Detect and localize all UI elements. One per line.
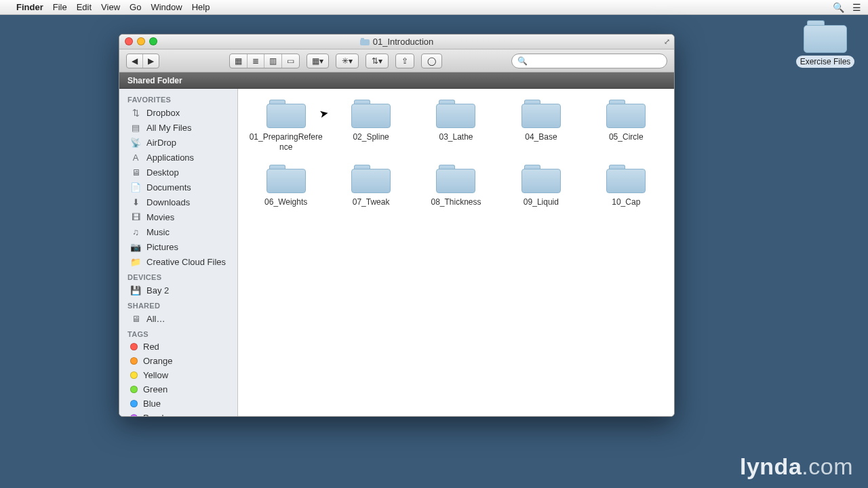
minimize-button[interactable] <box>137 37 145 45</box>
sidebar-item-label: Applications <box>146 152 194 163</box>
dropbox-menu-button[interactable]: ⇅▾ <box>366 54 389 68</box>
sidebar-item-icon: 📡 <box>130 137 141 148</box>
close-button[interactable] <box>125 37 133 45</box>
sidebar-item-icon: 📁 <box>130 256 141 267</box>
titlebar[interactable]: 01_Introduction ⤢ <box>119 35 674 49</box>
folder-icon <box>351 100 391 128</box>
sidebar-item-icon: 🖥 <box>130 313 141 324</box>
folder-icon <box>521 165 561 193</box>
sidebar-item-icon: ♫ <box>130 226 141 237</box>
folder-item[interactable]: 05_Circle <box>587 100 666 152</box>
folder-icon <box>267 165 306 193</box>
sidebar-item[interactable]: ▤All My Files <box>119 120 237 135</box>
tag-dot-icon <box>130 386 138 393</box>
sidebar-item[interactable]: 📡AirDrop <box>119 135 237 150</box>
sidebar-item-icon: 📷 <box>130 241 141 252</box>
sidebar-item-label: Green <box>143 384 167 394</box>
folder-label: 06_Weights <box>264 197 307 207</box>
sidebar-item[interactable]: Green <box>119 382 237 396</box>
lynda-watermark: lynda.com <box>740 453 853 480</box>
folder-item[interactable]: 08_Thickness <box>416 165 496 207</box>
sidebar-item[interactable]: Red <box>119 340 237 354</box>
sidebar-item-label: Movies <box>146 212 174 222</box>
search-input[interactable] <box>530 56 661 66</box>
sidebar-header-tags: TAGS <box>119 326 237 340</box>
tags-button[interactable]: ◯ <box>421 54 442 68</box>
menu-file[interactable]: File <box>53 2 67 12</box>
folder-icon <box>267 100 306 128</box>
back-button[interactable]: ◀ <box>127 54 143 68</box>
sidebar-item[interactable]: 🎞Movies <box>119 209 237 224</box>
sidebar-item[interactable]: Blue <box>119 396 237 411</box>
folder-label: 04_Base <box>525 132 557 142</box>
traffic-lights <box>125 37 157 45</box>
forward-button[interactable]: ▶ <box>143 54 159 68</box>
sidebar-header-devices: DEVICES <box>119 269 237 283</box>
folder-item[interactable]: 03_Lathe <box>416 100 496 152</box>
menu-edit[interactable]: Edit <box>77 2 92 12</box>
tag-dot-icon <box>130 400 138 407</box>
sidebar-item-label: Purple <box>143 413 169 416</box>
folder-icon <box>360 38 370 45</box>
menu-help[interactable]: Help <box>192 2 210 12</box>
sidebar-item-label: Documents <box>146 182 191 192</box>
sidebar-item-label: Dropbox <box>146 108 180 118</box>
folder-item[interactable]: 01_PreparingReference <box>246 100 326 152</box>
folder-label: 03_Lathe <box>439 132 473 142</box>
desktop-folder-exercise-files[interactable]: Exercise Files <box>795 20 856 68</box>
sidebar-item[interactable]: 📷Pictures <box>119 239 237 254</box>
sidebar-item[interactable]: Orange <box>119 354 237 368</box>
folder-icon <box>606 165 646 193</box>
sidebar-item-label: Pictures <box>146 242 178 252</box>
sidebar-item-icon: ▤ <box>130 122 141 133</box>
sidebar-item-label: Red <box>143 342 159 352</box>
menu-view[interactable]: View <box>101 2 120 12</box>
folder-item[interactable]: 07_Tweak <box>331 165 410 207</box>
zoom-button[interactable] <box>149 37 157 45</box>
sidebar-item[interactable]: AApplications <box>119 150 237 165</box>
view-icons-button[interactable]: ▦ <box>230 54 248 68</box>
folder-item[interactable]: 09_Liquid <box>501 165 580 207</box>
share-button[interactable]: ⇪ <box>395 54 414 68</box>
sidebar-item[interactable]: 🖥Desktop <box>119 165 237 180</box>
sidebar-item-label: Downloads <box>146 197 190 207</box>
content-area[interactable]: 01_PreparingReference02_Spline03_Lathe04… <box>238 89 674 416</box>
menu-go[interactable]: Go <box>130 2 141 12</box>
sidebar-item[interactable]: 📁Creative Cloud Files <box>119 254 237 269</box>
view-list-button[interactable]: ≣ <box>248 54 264 68</box>
view-columns-button[interactable]: ▥ <box>264 54 282 68</box>
sidebar-item[interactable]: ⇅Dropbox <box>119 105 237 120</box>
sidebar-item[interactable]: ♫Music <box>119 224 237 239</box>
menu-window[interactable]: Window <box>151 2 182 12</box>
notification-center-icon[interactable]: ☰ <box>852 2 861 13</box>
folder-item[interactable]: 02_Spline <box>331 100 410 152</box>
folder-item[interactable]: 04_Base <box>501 100 580 152</box>
sidebar-item[interactable]: Purple <box>119 411 237 416</box>
folder-item[interactable]: 06_Weights <box>246 165 326 207</box>
sidebar-item[interactable]: Yellow <box>119 368 237 382</box>
folder-grid: 01_PreparingReference02_Spline03_Lathe04… <box>246 100 666 207</box>
path-label: Shared Folder <box>127 76 182 85</box>
tag-dot-icon <box>130 357 138 365</box>
sidebar-item[interactable]: ⬇Downloads <box>119 195 237 209</box>
sidebar-item-label: Creative Cloud Files <box>146 257 226 267</box>
folder-label: 10_Cap <box>612 197 640 207</box>
search-field[interactable]: 🔍 <box>511 54 667 68</box>
app-menu[interactable]: Finder <box>16 2 43 12</box>
window-title: 01_Introduction <box>360 37 434 47</box>
folder-item[interactable]: 10_Cap <box>587 165 666 207</box>
view-coverflow-button[interactable]: ▭ <box>282 54 299 68</box>
tag-dot-icon <box>130 414 138 416</box>
action-menu-button[interactable]: ✳▾ <box>336 54 359 68</box>
arrange-button[interactable]: ▦▾ <box>307 54 328 68</box>
sidebar-item-label: AirDrop <box>146 138 176 148</box>
fullscreen-button[interactable]: ⤢ <box>664 37 670 46</box>
folder-label: 05_Circle <box>609 132 644 142</box>
finder-window: 01_Introduction ⤢ ◀ ▶ ▦ ≣ ▥ ▭ ▦▾ ✳▾ ⇅▾ ⇪… <box>119 34 675 417</box>
sidebar-item[interactable]: 🖥All… <box>119 311 237 326</box>
spotlight-icon[interactable]: 🔍 <box>833 2 844 13</box>
sidebar-item-label: Yellow <box>143 370 168 380</box>
folder-icon <box>606 100 646 128</box>
sidebar-item[interactable]: 💾Bay 2 <box>119 283 237 298</box>
sidebar-item[interactable]: 📄Documents <box>119 180 237 195</box>
